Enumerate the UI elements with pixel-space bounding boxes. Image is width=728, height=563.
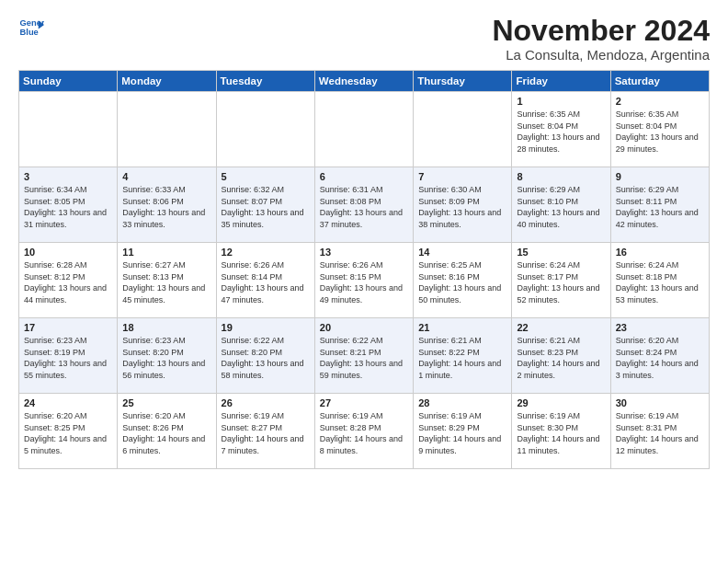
calendar-cell: 13Sunrise: 6:26 AM Sunset: 8:15 PM Dayli… (314, 243, 413, 318)
calendar-cell: 8Sunrise: 6:29 AM Sunset: 8:10 PM Daylig… (512, 167, 610, 243)
day-number: 30 (616, 397, 704, 408)
day-number: 11 (122, 247, 210, 258)
day-number: 25 (122, 397, 210, 408)
calendar-cell (216, 92, 314, 167)
title-section: November 2024 La Consulta, Mendoza, Arge… (492, 15, 710, 63)
calendar-cell: 19Sunrise: 6:22 AM Sunset: 8:20 PM Dayli… (216, 318, 314, 394)
calendar-cell: 7Sunrise: 6:30 AM Sunset: 8:09 PM Daylig… (414, 167, 512, 243)
page: General Blue November 2024 La Consulta, … (0, 0, 728, 478)
calendar-week-4: 17Sunrise: 6:23 AM Sunset: 8:19 PM Dayli… (19, 318, 710, 394)
calendar-cell: 23Sunrise: 6:20 AM Sunset: 8:24 PM Dayli… (610, 318, 709, 394)
day-number: 15 (517, 247, 605, 258)
day-info: Sunrise: 6:35 AM Sunset: 8:04 PM Dayligh… (517, 109, 605, 155)
calendar-cell: 11Sunrise: 6:27 AM Sunset: 8:13 PM Dayli… (118, 243, 216, 318)
calendar-cell: 30Sunrise: 6:19 AM Sunset: 8:31 PM Dayli… (610, 394, 709, 469)
day-info: Sunrise: 6:28 AM Sunset: 8:12 PM Dayligh… (24, 259, 112, 305)
day-info: Sunrise: 6:29 AM Sunset: 8:10 PM Dayligh… (517, 184, 605, 230)
day-info: Sunrise: 6:21 AM Sunset: 8:23 PM Dayligh… (517, 335, 605, 381)
day-info: Sunrise: 6:27 AM Sunset: 8:13 PM Dayligh… (122, 259, 210, 305)
day-number: 1 (517, 96, 605, 107)
day-number: 12 (222, 247, 310, 258)
calendar-cell: 17Sunrise: 6:23 AM Sunset: 8:19 PM Dayli… (19, 318, 118, 394)
day-info: Sunrise: 6:19 AM Sunset: 8:31 PM Dayligh… (616, 410, 704, 456)
header-row: Sunday Monday Tuesday Wednesday Thursday… (19, 71, 710, 92)
day-number: 17 (24, 322, 112, 333)
day-number: 16 (616, 247, 704, 258)
calendar-cell: 20Sunrise: 6:22 AM Sunset: 8:21 PM Dayli… (314, 318, 413, 394)
day-number: 9 (616, 171, 704, 182)
calendar-cell: 14Sunrise: 6:25 AM Sunset: 8:16 PM Dayli… (414, 243, 512, 318)
day-info: Sunrise: 6:35 AM Sunset: 8:04 PM Dayligh… (616, 109, 704, 155)
day-number: 27 (320, 397, 408, 408)
day-number: 21 (418, 322, 506, 333)
day-info: Sunrise: 6:31 AM Sunset: 8:08 PM Dayligh… (320, 184, 408, 230)
day-number: 24 (24, 397, 112, 408)
calendar-cell: 12Sunrise: 6:26 AM Sunset: 8:14 PM Dayli… (216, 243, 314, 318)
calendar-cell: 2Sunrise: 6:35 AM Sunset: 8:04 PM Daylig… (610, 92, 709, 167)
col-saturday: Saturday (610, 71, 709, 92)
day-info: Sunrise: 6:30 AM Sunset: 8:09 PM Dayligh… (418, 184, 506, 230)
col-tuesday: Tuesday (216, 71, 314, 92)
calendar-cell: 1Sunrise: 6:35 AM Sunset: 8:04 PM Daylig… (512, 92, 610, 167)
logo: General Blue (18, 15, 44, 40)
col-friday: Friday (512, 71, 610, 92)
calendar-cell: 25Sunrise: 6:20 AM Sunset: 8:26 PM Dayli… (118, 394, 216, 469)
day-info: Sunrise: 6:24 AM Sunset: 8:18 PM Dayligh… (616, 259, 704, 305)
day-info: Sunrise: 6:22 AM Sunset: 8:20 PM Dayligh… (222, 335, 310, 381)
day-info: Sunrise: 6:20 AM Sunset: 8:26 PM Dayligh… (122, 410, 210, 456)
day-info: Sunrise: 6:32 AM Sunset: 8:07 PM Dayligh… (222, 184, 310, 230)
day-number: 6 (320, 171, 408, 182)
day-number: 28 (418, 397, 506, 408)
day-number: 10 (24, 247, 112, 258)
day-info: Sunrise: 6:23 AM Sunset: 8:19 PM Dayligh… (24, 335, 112, 381)
calendar-cell: 3Sunrise: 6:34 AM Sunset: 8:05 PM Daylig… (19, 167, 118, 243)
calendar-cell: 4Sunrise: 6:33 AM Sunset: 8:06 PM Daylig… (118, 167, 216, 243)
calendar-cell: 16Sunrise: 6:24 AM Sunset: 8:18 PM Dayli… (610, 243, 709, 318)
calendar-cell: 26Sunrise: 6:19 AM Sunset: 8:27 PM Dayli… (216, 394, 314, 469)
day-number: 4 (122, 171, 210, 182)
day-number: 13 (320, 247, 408, 258)
day-info: Sunrise: 6:19 AM Sunset: 8:28 PM Dayligh… (320, 410, 408, 456)
day-number: 19 (222, 322, 310, 333)
day-number: 14 (418, 247, 506, 258)
calendar-cell: 21Sunrise: 6:21 AM Sunset: 8:22 PM Dayli… (414, 318, 512, 394)
day-info: Sunrise: 6:26 AM Sunset: 8:15 PM Dayligh… (320, 259, 408, 305)
day-info: Sunrise: 6:20 AM Sunset: 8:24 PM Dayligh… (616, 335, 704, 381)
calendar-cell: 27Sunrise: 6:19 AM Sunset: 8:28 PM Dayli… (314, 394, 413, 469)
calendar-cell (414, 92, 512, 167)
calendar-cell: 15Sunrise: 6:24 AM Sunset: 8:17 PM Dayli… (512, 243, 610, 318)
calendar-week-2: 3Sunrise: 6:34 AM Sunset: 8:05 PM Daylig… (19, 167, 710, 243)
day-number: 3 (24, 171, 112, 182)
calendar-cell: 29Sunrise: 6:19 AM Sunset: 8:30 PM Dayli… (512, 394, 610, 469)
calendar-cell (314, 92, 413, 167)
day-info: Sunrise: 6:19 AM Sunset: 8:30 PM Dayligh… (517, 410, 605, 456)
col-sunday: Sunday (19, 71, 118, 92)
calendar-week-3: 10Sunrise: 6:28 AM Sunset: 8:12 PM Dayli… (19, 243, 710, 318)
day-number: 7 (418, 171, 506, 182)
calendar-cell: 9Sunrise: 6:29 AM Sunset: 8:11 PM Daylig… (610, 167, 709, 243)
day-info: Sunrise: 6:34 AM Sunset: 8:05 PM Dayligh… (24, 184, 112, 230)
location: La Consulta, Mendoza, Argentina (492, 47, 710, 63)
header: General Blue November 2024 La Consulta, … (18, 15, 710, 63)
logo-icon: General Blue (18, 15, 44, 40)
day-info: Sunrise: 6:33 AM Sunset: 8:06 PM Dayligh… (122, 184, 210, 230)
calendar-cell: 24Sunrise: 6:20 AM Sunset: 8:25 PM Dayli… (19, 394, 118, 469)
calendar-table: Sunday Monday Tuesday Wednesday Thursday… (18, 70, 710, 469)
month-title: November 2024 (492, 15, 710, 47)
day-info: Sunrise: 6:20 AM Sunset: 8:25 PM Dayligh… (24, 410, 112, 456)
day-number: 5 (222, 171, 310, 182)
day-info: Sunrise: 6:19 AM Sunset: 8:27 PM Dayligh… (222, 410, 310, 456)
calendar-cell: 18Sunrise: 6:23 AM Sunset: 8:20 PM Dayli… (118, 318, 216, 394)
day-info: Sunrise: 6:19 AM Sunset: 8:29 PM Dayligh… (418, 410, 506, 456)
day-number: 23 (616, 322, 704, 333)
calendar-cell (19, 92, 118, 167)
svg-text:Blue: Blue (20, 28, 39, 37)
day-number: 8 (517, 171, 605, 182)
calendar-cell (118, 92, 216, 167)
day-number: 22 (517, 322, 605, 333)
day-info: Sunrise: 6:21 AM Sunset: 8:22 PM Dayligh… (418, 335, 506, 381)
calendar-cell: 22Sunrise: 6:21 AM Sunset: 8:23 PM Dayli… (512, 318, 610, 394)
day-number: 2 (616, 96, 704, 107)
col-thursday: Thursday (414, 71, 512, 92)
day-info: Sunrise: 6:26 AM Sunset: 8:14 PM Dayligh… (222, 259, 310, 305)
